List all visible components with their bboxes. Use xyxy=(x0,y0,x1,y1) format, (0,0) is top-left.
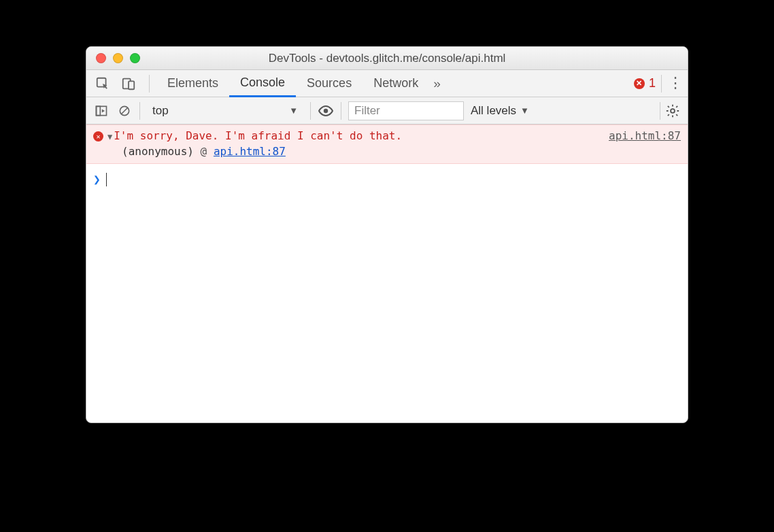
error-message: I'm sorry, Dave. I'm afraid I can't do t… xyxy=(114,129,402,142)
error-icon: ✕ xyxy=(634,78,645,89)
settings-menu-button[interactable]: ⋮ xyxy=(667,81,684,86)
tab-label: Network xyxy=(373,76,418,90)
console-error-entry[interactable]: ✕ ▼ I'm sorry, Dave. I'm afraid I can't … xyxy=(86,124,688,164)
devtools-window: DevTools - devtools.glitch.me/console/ap… xyxy=(86,46,688,423)
toggle-sidebar-icon[interactable] xyxy=(93,103,110,119)
panel-tabs: Elements Console Sources Network xyxy=(156,70,429,97)
divider xyxy=(149,75,150,93)
tab-elements[interactable]: Elements xyxy=(156,70,229,97)
divider xyxy=(660,102,660,120)
window-title: DevTools - devtools.glitch.me/console/ap… xyxy=(86,52,688,65)
context-value: top xyxy=(152,104,169,118)
svg-point-8 xyxy=(671,109,675,113)
tab-console[interactable]: Console xyxy=(229,70,296,97)
error-icon: ✕ xyxy=(93,131,103,142)
divider xyxy=(310,102,311,120)
source-link[interactable]: api.html:87 xyxy=(609,129,681,142)
svg-rect-3 xyxy=(97,106,107,115)
svg-rect-2 xyxy=(129,81,134,89)
divider xyxy=(661,75,662,93)
svg-point-7 xyxy=(324,108,328,112)
live-expression-icon[interactable] xyxy=(318,103,334,119)
close-window-button[interactable] xyxy=(96,53,106,63)
levels-label: All levels xyxy=(471,104,516,118)
chevron-down-icon: ▼ xyxy=(520,105,529,116)
tab-label: Elements xyxy=(167,76,218,90)
console-prompt[interactable]: ❯ xyxy=(86,164,688,195)
svg-rect-4 xyxy=(97,106,101,115)
stack-source-link[interactable]: api.html:87 xyxy=(214,145,286,158)
stack-at: @ xyxy=(201,145,207,158)
window-controls xyxy=(86,53,140,63)
stack-function: (anonymous) xyxy=(122,145,194,158)
log-levels-selector[interactable]: All levels ▼ xyxy=(471,104,529,118)
chevron-down-icon: ▼ xyxy=(289,105,298,116)
tab-network[interactable]: Network xyxy=(363,70,429,97)
prompt-caret-icon: ❯ xyxy=(93,172,101,186)
minimize-window-button[interactable] xyxy=(113,53,123,63)
svg-line-6 xyxy=(121,107,128,114)
tab-label: Console xyxy=(240,76,285,90)
console-settings-icon[interactable] xyxy=(664,103,681,119)
console-output: ✕ ▼ I'm sorry, Dave. I'm afraid I can't … xyxy=(86,124,688,422)
tab-label: Sources xyxy=(307,76,352,90)
divider xyxy=(341,102,341,120)
filter-input[interactable] xyxy=(348,101,464,120)
disclosure-triangle-icon[interactable]: ▼ xyxy=(107,132,112,142)
error-count: 1 xyxy=(649,76,656,90)
text-cursor xyxy=(106,173,107,186)
divider xyxy=(139,102,140,120)
tab-sources[interactable]: Sources xyxy=(296,70,363,97)
inspect-element-icon[interactable] xyxy=(95,76,111,92)
device-toolbar-icon[interactable] xyxy=(120,76,137,92)
tabbar: Elements Console Sources Network » ✕ 1 ⋮ xyxy=(86,70,688,97)
console-toolbar: top ▼ All levels ▼ xyxy=(86,97,688,124)
execution-context-selector[interactable]: top ▼ xyxy=(147,101,303,120)
more-tabs-button[interactable]: » xyxy=(429,76,445,91)
titlebar: DevTools - devtools.glitch.me/console/ap… xyxy=(86,47,688,70)
stack-trace-line: (anonymous) @ api.html:87 xyxy=(93,145,681,158)
error-count-badge[interactable]: ✕ 1 xyxy=(634,76,656,90)
clear-console-icon[interactable] xyxy=(116,103,133,119)
zoom-window-button[interactable] xyxy=(130,53,140,63)
